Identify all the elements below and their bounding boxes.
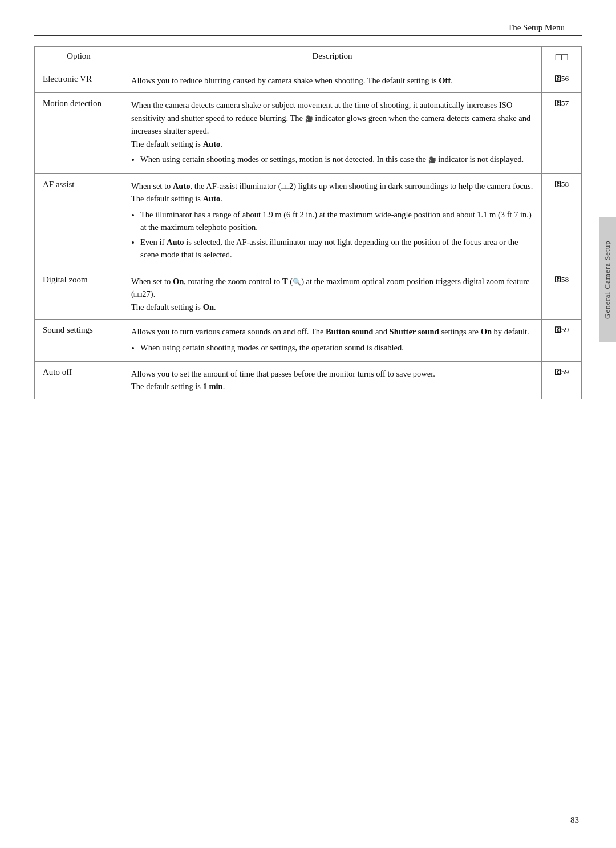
side-tab-label: General Camera Setup (603, 240, 612, 319)
description-cell: Allows you to reduce blurring caused by … (123, 68, 542, 93)
option-cell: Digital zoom (35, 269, 123, 319)
header-title: The Setup Menu (508, 23, 565, 32)
description-cell: When set to On, rotating the zoom contro… (123, 269, 542, 319)
ref-cell: ⚿56 (542, 68, 582, 93)
ref-cell: ⚿59 (542, 320, 582, 362)
option-cell: Sound settings (35, 320, 123, 362)
option-cell: Motion detection (35, 93, 123, 173)
option-cell: Electronic VR (35, 68, 123, 93)
page-number: 83 (570, 815, 579, 825)
book-icon: □□ (556, 51, 568, 63)
ref-cell: ⚿58 (542, 173, 582, 269)
col-header-option: Option (35, 47, 123, 68)
description-cell: When the camera detects camera shake or … (123, 93, 542, 173)
ref-value: ⚿59 (554, 368, 569, 376)
col-header-ref: □□ (542, 47, 582, 68)
ref-value: ⚿59 (554, 325, 569, 334)
description-cell: Allows you to turn various camera sounds… (123, 320, 542, 362)
page-wrapper: The Setup Menu General Camera Setup Opti… (0, 0, 616, 848)
page-header: The Setup Menu (34, 23, 582, 36)
ref-value: ⚿57 (554, 99, 569, 107)
table-row: Auto offAllows you to set the amount of … (35, 361, 582, 399)
table-row: Digital zoomWhen set to On, rotating the… (35, 269, 582, 319)
option-cell: Auto off (35, 361, 123, 399)
ref-cell: ⚿59 (542, 361, 582, 399)
description-cell: When set to Auto, the AF-assist illumina… (123, 173, 542, 269)
ref-cell: ⚿57 (542, 93, 582, 173)
table-row: Electronic VRAllows you to reduce blurri… (35, 68, 582, 93)
side-tab: General Camera Setup (599, 217, 616, 342)
col-header-description: Description (123, 47, 542, 68)
ref-value: ⚿58 (554, 180, 569, 188)
description-cell: Allows you to set the amount of time tha… (123, 361, 542, 399)
table-row: AF assistWhen set to Auto, the AF-assist… (35, 173, 582, 269)
table-row: Motion detectionWhen the camera detects … (35, 93, 582, 173)
ref-value: ⚿58 (554, 275, 569, 284)
ref-cell: ⚿58 (542, 269, 582, 319)
table-row: Sound settingsAllows you to turn various… (35, 320, 582, 362)
ref-value: ⚿56 (554, 74, 569, 83)
option-cell: AF assist (35, 173, 123, 269)
setup-table: Option Description □□ Electronic VRAllow… (34, 46, 582, 399)
